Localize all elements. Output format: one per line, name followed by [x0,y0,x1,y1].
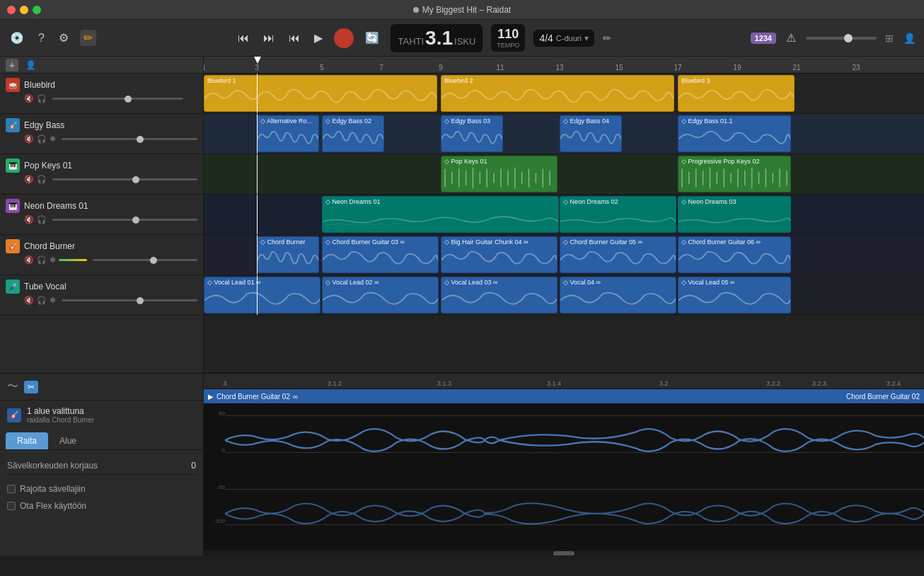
tab-raita[interactable]: Raita [6,432,48,449]
clip-chord-1[interactable]: ◇ Chord Burner [257,236,319,273]
fader-thumb-bluebird[interactable] [125,96,132,103]
volume-thumb[interactable] [844,34,853,42]
clip-bass-2[interactable]: ◇ Edgy Bass 02 [322,115,384,152]
track-row-keys[interactable]: ◇ Pop Keys 01 [204,154,924,195]
clip-chord-3[interactable]: ◇ Big Hair Guitar Chunk 04 ∞ [441,236,558,273]
checkbox-flex-row[interactable]: Ota Flex käyttöön [7,497,196,514]
clip-vocal-4[interactable]: ◇ Vocal 04 ∞ [560,277,676,313]
layout-button[interactable]: ⊞ [884,31,895,45]
mute-icon-chord[interactable]: 🔇 [24,255,34,265]
tab-alue[interactable]: Alue [48,432,88,449]
track-item-vocal: 🎤 Tube Vocal 🔇 🎧 ❄ [0,275,203,316]
clip-vocal-3[interactable]: ◇ Vocal Lead 03 ∞ [441,277,558,313]
clip-bass-4[interactable]: ◇ Edgy Bass 04 [560,115,622,152]
smart-help-button[interactable]: 👤 [902,31,917,45]
close-button[interactable] [7,6,16,14]
track-row-vocal[interactable]: ◇ Vocal Lead 01 ∞ ◇ Vocal Lead 02 ∞ ◇ Vo… [204,275,924,316]
track-fader-chord[interactable] [93,259,197,261]
minimize-button[interactable] [20,6,28,14]
fader-thumb-bass[interactable] [137,136,144,143]
fast-forward-button[interactable]: ⏭ [260,29,277,47]
solo-icon-bluebird[interactable]: 🎧 [37,94,47,103]
solo-icon-neon[interactable]: 🎧 [37,215,47,224]
track-fader-bass[interactable] [62,138,197,140]
track-row-bass[interactable]: ◇ Alternative Rock Bass 01 ◇ Edgy Bass 0… [204,114,924,154]
fader-thumb-neon[interactable] [132,217,139,224]
clip-neon-1[interactable]: ◇ Neon Dreams 01 [322,196,559,233]
midi-icon-bottom[interactable]: ✂ [24,381,38,393]
time-sig-display[interactable]: 4/4 C-duuri ▾ [533,30,594,47]
empty-track-area[interactable] [204,316,924,373]
bottom-editor-scrollbar[interactable] [204,551,924,556]
clip-vocal-1[interactable]: ◇ Vocal Lead 01 ∞ [204,277,320,313]
clip-bass-5[interactable]: ◇ Edgy Bass 01.1 [678,115,791,152]
window-controls[interactable] [7,6,41,14]
clip-chord-5[interactable]: ◇ Chord Burner Guitar 06 ∞ [678,236,791,273]
clip-vocal-2[interactable]: ◇ Vocal Lead 02 ∞ [322,277,439,313]
volume-track[interactable] [806,37,877,40]
track-row-bluebird[interactable]: Bluebird 1 Bluebird 2 Bluebird 3 [204,74,924,114]
solo-icon-bass[interactable]: 🎧 [37,134,47,144]
db-label-0: 0 [204,447,225,454]
track-fader-bluebird[interactable] [52,98,183,100]
clip-chord-2[interactable]: ◇ Chord Burner Guitar 03 ∞ [322,236,439,273]
clip-neon-2[interactable]: ◇ Neon Dreams 02 [560,196,676,233]
solo-icon-keys[interactable]: 🎧 [37,175,47,184]
clip-bass-3[interactable]: ◇ Edgy Bass 03 [441,115,503,152]
clip-vocal-5[interactable]: ◇ Vocal Lead 05 ∞ [678,277,791,313]
editors-button[interactable]: ✏ [80,30,96,46]
mute-icon-keys[interactable]: 🔇 [24,175,34,184]
waveform-canvas[interactable]: 50 0 -50 -100 [204,403,924,551]
clip-keys-1[interactable]: ◇ Pop Keys 01 [441,156,558,192]
mute-icon-bluebird[interactable]: 🔇 [24,94,34,103]
master-volume[interactable] [806,37,877,40]
add-track-button[interactable]: + [6,59,18,71]
bottom-sidebar: 〜 ✂ 🎸 1 alue valittuna raidalla Chord Bu… [0,374,204,556]
mute-icon-bass[interactable]: 🔇 [24,134,34,144]
mute-icon-neon[interactable]: 🔇 [24,215,34,224]
fader-thumb-keys[interactable] [132,176,139,183]
track-row-chord[interactable]: ◇ Chord Burner ◇ Chord Burner Guitar 03 … [204,235,924,275]
rewind-button[interactable]: ⏮ [235,29,252,47]
maximize-button[interactable] [33,6,41,14]
clip-chord-4[interactable]: ◇ Chord Burner Guitar 05 ∞ [560,236,676,273]
checkbox-flex[interactable] [7,502,16,510]
clip-keys-2[interactable]: ◇ Progressive Pop Keys 02 [678,156,791,192]
track-fader-keys[interactable] [52,178,197,180]
freeze-icon-vocal[interactable]: ❄ [50,296,56,305]
checkbox-scale-row[interactable]: Rajoita sävellajiin [7,480,196,497]
clip-bluebird-2[interactable]: Bluebird 2 [441,75,674,112]
track-row-neon[interactable]: ◇ Neon Dreams 01 ◇ Neon Dreams 02 ◇ Neon… [204,195,924,235]
checkbox-scale[interactable] [7,485,16,493]
track-fader-vocal[interactable] [62,299,197,301]
clip-bluebird-1[interactable]: Bluebird 1 [204,75,437,112]
library-button[interactable]: 💿 [7,28,27,47]
solo-icon-chord[interactable]: 🎧 [37,255,47,265]
user-badge: 1234 [751,33,776,44]
pencil-mode-button[interactable]: ✏ [603,33,611,44]
audio-icon-bottom[interactable]: 〜 [6,378,20,396]
solo-icon-vocal[interactable]: 🎧 [37,296,47,305]
play-button[interactable]: ▶ [311,28,325,47]
smartcontrols-button[interactable]: ⚙ [56,28,71,47]
fader-thumb-vocal[interactable] [137,297,144,304]
clip-neon-3[interactable]: ◇ Neon Dreams 03 [678,196,791,233]
clip-bass-1[interactable]: ◇ Alternative Rock Bass 01 [257,115,319,152]
freeze-icon-chord[interactable]: ❄ [50,255,56,265]
record-button[interactable] [334,28,354,48]
fader-thumb-chord[interactable] [150,257,157,264]
clip-bluebird-3[interactable]: Bluebird 3 [678,75,795,112]
bottom-scrollbar-thumb[interactable] [553,551,574,555]
waveform-editor-area[interactable]: ▶ Chord Burner Guitar 02 ∞ Chord Burner … [204,389,924,556]
freeze-icon-bass[interactable]: ❄ [50,134,56,144]
timeline-area[interactable]: 1 3 5 7 9 11 13 15 17 19 21 23 [204,57,924,373]
track-fader-neon[interactable] [52,219,197,221]
mute-icon-vocal[interactable]: 🔇 [24,296,34,305]
cycle-button[interactable]: 🔄 [362,28,382,47]
waveform-vocal-2 [323,288,438,313]
prop-pitch: Sävelkorkeuden korjaus 0 [7,457,196,475]
smart-controls-toggle[interactable]: 👤 [24,59,37,71]
warning-button[interactable]: ⚠ [783,28,799,47]
help-button[interactable]: ? [35,29,47,47]
go-to-beginning-button[interactable]: ⏮ [286,29,303,47]
